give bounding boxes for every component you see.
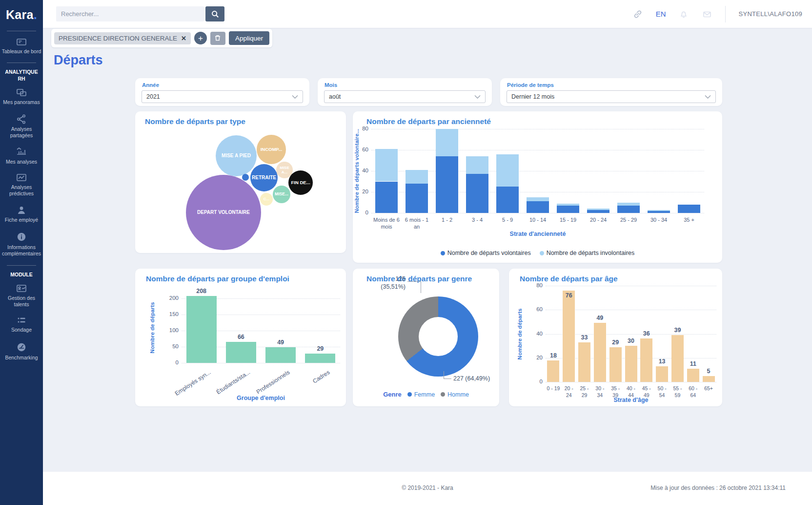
bar-segment-nombre-de-d-parts-involontaires[interactable] (617, 203, 640, 206)
legend-dot (407, 392, 412, 397)
bar[interactable] (563, 291, 575, 382)
bubble-depart-volontaire[interactable]: DEPART VOLONTAIRE (186, 175, 261, 250)
app-logo[interactable]: Kara. (0, 0, 43, 26)
legend-label: Homme (447, 391, 469, 398)
bar-segment-nombre-de-d-parts-involontaires[interactable] (587, 209, 609, 210)
bubble-label: MISE A... (276, 166, 293, 174)
delete-filter-button[interactable] (210, 32, 225, 45)
bar[interactable] (625, 346, 637, 382)
chart-card-departures-by-job-group: Nombre de départs par groupe d'emploi 05… (135, 269, 346, 406)
sidebar-item-fiche-employ[interactable]: Fiche employé (0, 205, 43, 223)
filter-chip[interactable]: PRESIDENCE DIRECTION GENERALE ✕ (54, 32, 191, 44)
bar-segment-nombre-de-d-parts-volontaires[interactable] (436, 156, 458, 213)
bar[interactable] (671, 335, 684, 382)
bubble-chart: MISE A PIEDINCOMP...MISE A...C...RETRAIT… (135, 111, 346, 253)
legend-item-femme[interactable]: Femme (407, 391, 435, 398)
bar[interactable] (703, 376, 715, 382)
bar-segment-nombre-de-d-parts-volontaires[interactable] (406, 184, 428, 213)
sidebar: Kara. Tableaux de bordANALYTIQUE RHMes p… (0, 0, 43, 505)
period-select-value: Dernier 12 mois (511, 93, 554, 100)
legend-item-nombre-de-d-parts-volontaires[interactable]: Nombre de départs volontaires (441, 250, 531, 256)
sidebar-section-analytique-rh: ANALYTIQUE RH (0, 69, 43, 82)
bar-segment-nombre-de-d-parts-involontaires[interactable] (496, 154, 519, 187)
sidebar-item-sondage[interactable]: Sondage (0, 316, 43, 333)
sidebar-item-mes-analyses[interactable]: Mes analyses (0, 147, 43, 165)
line-chart-icon (16, 173, 27, 183)
sidebar-section-module: MODULE (0, 272, 43, 278)
y-axis-title: Nombre de départs volontaire... (354, 129, 360, 213)
sidebar-item-label: Analyses prédictives (0, 184, 43, 197)
sidebar-item-label: Mes analyses (0, 159, 43, 165)
bar-segment-nombre-de-d-parts-involontaires[interactable] (466, 156, 488, 174)
bar[interactable] (305, 354, 335, 363)
bubble-c[interactable]: C... (260, 193, 273, 206)
link-icon[interactable] (632, 9, 643, 20)
bar[interactable] (594, 323, 606, 382)
month-select[interactable]: août (324, 90, 486, 103)
filter-label: Année (142, 82, 159, 88)
bar[interactable] (578, 342, 590, 382)
add-filter-button[interactable]: + (194, 32, 207, 44)
period-select[interactable]: Dernier 12 mois (507, 90, 716, 103)
filter-label: Période de temps (507, 82, 554, 88)
bar[interactable] (547, 360, 559, 382)
bar[interactable] (640, 338, 652, 382)
bar[interactable] (186, 296, 217, 363)
x-axis-title: Strate d'ancienneté (371, 231, 704, 237)
bubble-incomp[interactable]: INCOMP... (257, 135, 286, 164)
legend-item-nombre-de-d-parts-involontaires[interactable]: Nombre de départs involontaires (540, 250, 635, 256)
search-input[interactable] (56, 6, 204, 21)
bubble-mise[interactable]: MISE... (273, 186, 290, 203)
sidebar-item-tableaux-de-bord[interactable]: Tableaux de bord (0, 37, 43, 55)
search-button[interactable] (205, 6, 224, 21)
bar-value-label: 208 (191, 288, 212, 295)
bar[interactable] (265, 347, 296, 363)
chart-card-departures-by-seniority: Nombre de départs par ancienneté 0204060… (353, 111, 722, 263)
language-toggle[interactable]: EN (656, 10, 666, 18)
bubble-fin-de[interactable]: FIN DE... (288, 170, 313, 195)
bar-segment-nombre-de-d-parts-volontaires[interactable] (617, 206, 640, 213)
mail-icon[interactable] (702, 9, 712, 20)
bubble-dot[interactable] (242, 174, 249, 181)
bar-segment-nombre-de-d-parts-volontaires[interactable] (466, 174, 488, 213)
bar-segment-nombre-de-d-parts-volontaires[interactable] (678, 205, 700, 213)
bar[interactable] (609, 347, 622, 382)
sidebar-item-informations-compl-mentaires[interactable]: Informations complémentaires (0, 231, 43, 257)
bar-segment-nombre-de-d-parts-volontaires[interactable] (375, 182, 398, 213)
bar[interactable] (656, 366, 668, 382)
chip-remove-icon[interactable]: ✕ (181, 35, 186, 42)
sidebar-item-mes-panoramas[interactable]: Mes panoramas (0, 88, 43, 105)
bar-segment-nombre-de-d-parts-volontaires[interactable] (527, 201, 549, 213)
x-category-label: Étudiants/sta... (215, 369, 251, 396)
bar-segment-nombre-de-d-parts-involontaires[interactable] (375, 149, 398, 182)
apply-button[interactable]: Appliquer (229, 31, 269, 45)
bubble-mise-a-pied[interactable]: MISE A PIED (216, 135, 257, 176)
bar-segment-nombre-de-d-parts-volontaires[interactable] (557, 206, 579, 213)
callout-homme: 125 (35,51%) (363, 275, 406, 291)
y-tick-label: 40 (529, 331, 543, 337)
legend-label: Nombre de départs involontaires (547, 250, 635, 256)
bar-segment-nombre-de-d-parts-volontaires[interactable] (648, 211, 670, 213)
bar-segment-nombre-de-d-parts-involontaires[interactable] (406, 170, 428, 184)
bar-segment-nombre-de-d-parts-involontaires[interactable] (436, 129, 458, 156)
legend-item-homme[interactable]: Homme (441, 391, 469, 398)
bar-segment-nombre-de-d-parts-involontaires[interactable] (648, 210, 670, 211)
bell-icon[interactable] (678, 9, 689, 20)
filter-label: Mois (325, 82, 337, 88)
sidebar-item-analyses-pr-dictives[interactable]: Analyses prédictives (0, 173, 43, 197)
bar-segment-nombre-de-d-parts-volontaires[interactable] (587, 210, 609, 213)
sidebar-item-gestion-des-talents[interactable]: Gestion des talents (0, 284, 43, 308)
bar-segment-nombre-de-d-parts-involontaires[interactable] (557, 204, 579, 206)
bar-segment-nombre-de-d-parts-volontaires[interactable] (496, 187, 519, 213)
bar[interactable] (226, 342, 256, 363)
bar[interactable] (687, 369, 699, 382)
y-tick-label: 50 (165, 343, 179, 349)
sidebar-item-analyses-partag-es[interactable]: Analyses partagées (0, 114, 43, 139)
year-select[interactable]: 2021 (142, 90, 303, 103)
bubble-retraite[interactable]: RETRAITE (250, 164, 278, 191)
sidebar-item-benchmarking[interactable]: Benchmarking (0, 341, 43, 361)
sidebar-nav: Tableaux de bordANALYTIQUE RHMes panoram… (0, 31, 43, 361)
username[interactable]: SYNTELL\ALAFO109 (738, 10, 802, 18)
bar-segment-nombre-de-d-parts-involontaires[interactable] (527, 197, 549, 202)
sidebar-item-label: Mes panoramas (0, 99, 43, 105)
